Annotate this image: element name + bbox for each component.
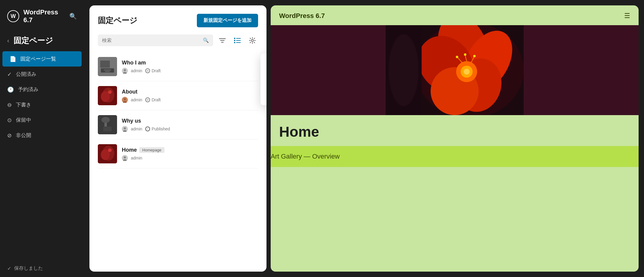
preview-subtitle: Art Gallery — Overview bbox=[271, 153, 340, 160]
sidebar-item-scheduled[interactable]: 🕐 予約済み bbox=[0, 82, 84, 97]
svg-point-57 bbox=[389, 34, 419, 106]
sidebar-menu: 📄 固定ページ一覧 ✓ 公開済み 🕐 予約済み ⊖ 下書き ⊙ 保留中 ⊘ 非公… bbox=[0, 51, 84, 143]
dropdown-item-table[interactable]: テーブル bbox=[260, 56, 266, 72]
author-name: admin bbox=[131, 156, 142, 160]
author-name: admin bbox=[131, 68, 142, 73]
status-label: Published bbox=[152, 127, 170, 131]
dropdown-item-grid[interactable]: グリッド bbox=[260, 72, 266, 87]
svg-point-28 bbox=[101, 117, 110, 123]
sidebar-item-all-pages[interactable]: 📄 固定ページ一覧 bbox=[2, 51, 82, 67]
page-thumb bbox=[98, 86, 117, 105]
private-icon: ⊘ bbox=[7, 132, 12, 139]
svg-point-21 bbox=[108, 90, 112, 94]
search-icon[interactable]: 🔍 bbox=[69, 13, 77, 20]
app-title: WordPress 6.7 bbox=[23, 8, 65, 24]
preview-menu-button[interactable]: ☰ bbox=[624, 12, 630, 20]
author-name: admin bbox=[131, 97, 142, 102]
avatar-icon bbox=[122, 97, 128, 103]
svg-point-49 bbox=[464, 69, 470, 75]
page-title: Why us bbox=[122, 118, 258, 124]
pages-toolbar: 🔍 bbox=[98, 34, 258, 46]
thumb-image bbox=[98, 57, 117, 76]
sidebar-item-pending[interactable]: ⊙ 保留中 bbox=[0, 112, 84, 128]
status-icon: ⊖ bbox=[145, 97, 150, 102]
sidebar-item-label: 固定ページ一覧 bbox=[20, 55, 56, 62]
gear-icon bbox=[249, 37, 256, 44]
page-thumb bbox=[98, 144, 117, 163]
status: ⊖ Draft bbox=[145, 68, 161, 73]
svg-rect-3 bbox=[234, 38, 235, 39]
draft-icon: ⊖ bbox=[7, 102, 12, 108]
status-label: Draft bbox=[152, 68, 161, 73]
back-button[interactable]: ‹ bbox=[7, 37, 9, 44]
svg-point-16 bbox=[124, 69, 126, 71]
preview-content: Home bbox=[271, 115, 639, 140]
svg-point-55 bbox=[456, 56, 458, 58]
filter-button[interactable] bbox=[217, 35, 228, 46]
page-item-about[interactable]: About admin ⊖ Draf bbox=[98, 81, 258, 110]
list-view-icon bbox=[234, 38, 241, 43]
svg-rect-29 bbox=[103, 127, 112, 131]
page-meta: admin ✓ Published bbox=[122, 126, 258, 132]
pages-panel-title: 固定ページ bbox=[98, 15, 137, 26]
filter-icon bbox=[219, 38, 226, 43]
add-page-button[interactable]: 新規固定ページを追加 bbox=[197, 14, 258, 27]
status: ✓ Published bbox=[145, 127, 170, 131]
preview-green-section: Art Gallery — Overview bbox=[271, 146, 639, 167]
search-input[interactable] bbox=[102, 38, 200, 43]
svg-rect-11 bbox=[100, 61, 110, 68]
thumb-image bbox=[98, 144, 117, 163]
sidebar-item-label: 下書き bbox=[16, 101, 31, 108]
svg-point-53 bbox=[473, 55, 476, 57]
preview-hero-image bbox=[271, 25, 639, 115]
page-info: Who I am admin ⊖ D bbox=[122, 60, 258, 74]
settings-button[interactable] bbox=[247, 35, 258, 46]
sidebar-nav-header: ‹ 固定ページ bbox=[0, 31, 84, 51]
search-icon: 🔍 bbox=[203, 37, 209, 43]
page-info: Why us admin ✓ Pub bbox=[122, 118, 258, 132]
status-label: Draft bbox=[152, 97, 161, 102]
sidebar-item-private[interactable]: ⊘ 非公開 bbox=[0, 128, 84, 143]
page-meta: admin ⊖ Draft bbox=[122, 68, 258, 74]
svg-rect-13 bbox=[104, 70, 111, 70]
dropdown-item-list[interactable]: リスト bbox=[260, 87, 266, 102]
page-meta: admin bbox=[122, 155, 258, 161]
view-dropdown-menu: テーブル グリッド リスト bbox=[260, 53, 266, 105]
sidebar-item-draft[interactable]: ⊖ 下書き bbox=[0, 97, 84, 112]
status-icon: ✓ bbox=[145, 127, 150, 131]
author-avatar bbox=[122, 68, 128, 74]
page-item-home[interactable]: Home Homepage admin bbox=[98, 139, 258, 168]
svg-point-36 bbox=[108, 148, 112, 152]
sidebar-item-published[interactable]: ✓ 公開済み bbox=[0, 67, 84, 82]
pages-panel: 固定ページ 新規固定ページを追加 🔍 bbox=[89, 5, 266, 272]
sidebar-item-label: 非公開 bbox=[16, 132, 31, 139]
page-info: Home Homepage admin bbox=[122, 147, 258, 161]
page-meta: admin ⊖ Draft bbox=[122, 97, 258, 103]
page-badge: Homepage bbox=[139, 147, 164, 153]
svg-point-51 bbox=[464, 53, 466, 56]
sidebar-section-title: 固定ページ bbox=[14, 35, 53, 46]
wp-logo: W bbox=[7, 10, 19, 22]
page-thumb bbox=[98, 57, 117, 76]
author-avatar bbox=[122, 155, 128, 161]
flower-svg bbox=[271, 25, 639, 115]
svg-rect-14 bbox=[105, 71, 110, 72]
avatar-icon bbox=[122, 155, 128, 161]
sidebar-item-label: 保留中 bbox=[16, 117, 31, 124]
sidebar: W WordPress 6.7 🔍 ‹ 固定ページ 📄 固定ページ一覧 ✓ 公開… bbox=[0, 0, 84, 277]
page-item-why-us[interactable]: Why us admin ✓ Pub bbox=[98, 110, 258, 139]
avatar-icon bbox=[122, 126, 128, 132]
page-item-who-i-am[interactable]: Who I am admin ⊖ D bbox=[98, 52, 258, 81]
page-title: Who I am bbox=[122, 60, 258, 66]
svg-point-9 bbox=[251, 39, 254, 41]
sidebar-item-label: 予約済み bbox=[18, 86, 38, 93]
status-icon: ⊖ bbox=[145, 68, 150, 73]
pages-panel-header: 固定ページ 新規固定ページを追加 bbox=[98, 14, 258, 27]
thumb-image bbox=[98, 115, 117, 134]
thumb-image bbox=[98, 86, 117, 105]
scheduled-icon: 🕐 bbox=[7, 86, 14, 93]
list-view-button[interactable] bbox=[232, 35, 243, 46]
author-avatar bbox=[122, 126, 128, 132]
sidebar-item-label: 公開済み bbox=[16, 71, 36, 78]
saved-label: 保存しました bbox=[14, 265, 43, 272]
